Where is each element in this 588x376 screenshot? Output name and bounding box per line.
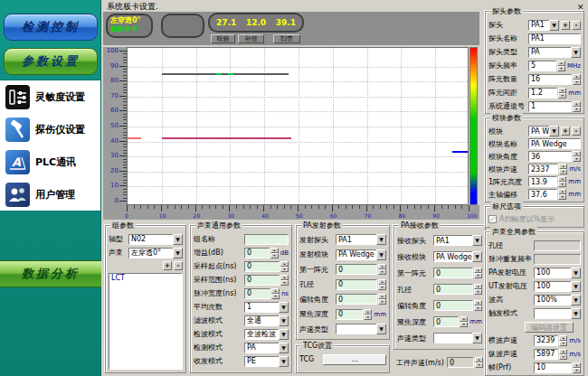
chevron-down-icon[interactable]: ▼ <box>571 268 581 278</box>
spinner[interactable]: ▴▾ <box>559 349 567 360</box>
remove-button[interactable]: - <box>572 127 581 136</box>
pa-rx-5-spin-field[interactable]: 0 <box>433 316 459 327</box>
chevron-down-icon[interactable]: ▼ <box>279 356 289 367</box>
beam-global-3-select[interactable]: 100 <box>534 281 572 292</box>
beam-common-9-select[interactable]: PE <box>244 356 280 367</box>
module-3-spin-field[interactable]: 2337 <box>528 164 558 174</box>
add-button[interactable]: + <box>561 21 570 30</box>
module-2-spin-field[interactable]: 36 <box>528 151 572 162</box>
beam-global-5-select[interactable] <box>534 308 572 319</box>
beam-listbox[interactable]: LCT <box>109 273 183 370</box>
probe-5-spin-field[interactable]: 1.2 <box>528 88 557 99</box>
module-5-spin-field[interactable]: 37.6 <box>528 189 557 200</box>
group-1-select[interactable]: 左穿透0° <box>128 248 174 258</box>
chevron-down-icon[interactable]: ▼ <box>376 234 386 245</box>
spinner[interactable]: ▴▾ <box>573 151 581 162</box>
spinner[interactable]: ▴▾ <box>474 268 482 278</box>
probe-1-text-field[interactable]: PA1 <box>528 33 581 44</box>
beam-global-8-spin-field[interactable]: 5897 <box>534 349 558 360</box>
plot-area[interactable] <box>127 47 469 205</box>
pa-tx-3-spin-field[interactable]: 0 <box>336 279 377 290</box>
sidebar-item-plc-comm[interactable]: A PLC通讯 <box>0 146 100 178</box>
remove-group-button[interactable]: - <box>174 261 183 270</box>
chevron-down-icon[interactable]: ▼ <box>472 235 482 246</box>
pa-rx-3-spin-field[interactable]: 0 <box>433 284 473 295</box>
spinner[interactable]: ▴▾ <box>558 176 566 187</box>
sidebar-item-flaw-detector[interactable]: 探伤仪设置 <box>0 113 100 146</box>
spinner[interactable]: ▴▾ <box>280 275 289 286</box>
channel-tab-active[interactable]: 左穿透0° 偏度:0.0° <box>106 14 153 38</box>
pa-tx-1-select[interactable]: PA Wedge <box>336 249 377 260</box>
list-item[interactable]: LCT <box>109 274 182 282</box>
chevron-down-icon[interactable]: ▼ <box>279 329 289 340</box>
spinner[interactable]: ▴▾ <box>378 264 386 275</box>
chevron-down-icon[interactable]: ▼ <box>279 343 289 353</box>
channel-tab-empty[interactable] <box>161 14 204 38</box>
pa-rx-2-spin-field[interactable]: 0 <box>433 268 473 278</box>
spinner[interactable]: ▴▾ <box>573 101 581 112</box>
spinner[interactable]: ▴▾ <box>271 288 280 299</box>
ascan-percent-checkbox[interactable]: ✓ <box>488 215 497 223</box>
tcg-edit-button[interactable]: ... <box>323 354 386 365</box>
spinner[interactable]: ▴▾ <box>280 261 289 272</box>
chevron-down-icon[interactable]: ▼ <box>376 324 386 334</box>
pa-tx-0-select[interactable]: PA1 <box>336 234 377 245</box>
spinner[interactable]: ▴▾ <box>474 284 482 295</box>
pa-rx-4-spin-field[interactable]: 0 <box>433 300 473 311</box>
sidebar-button-data-analysis[interactable]: 数据分析 <box>0 260 101 287</box>
chevron-down-icon[interactable]: ▼ <box>376 249 386 260</box>
spinner[interactable]: ▴▾ <box>270 248 279 258</box>
probe-6-spin-field[interactable]: 1 <box>528 101 572 112</box>
beam-common-0-text-field[interactable] <box>244 234 289 245</box>
beam-common-5-select[interactable]: 1 <box>244 302 280 313</box>
sidebar-button-detect-control[interactable]: 检测控制 <box>4 14 98 41</box>
remove-button[interactable]: - <box>572 21 581 30</box>
beam-common-2-spin-field[interactable]: 0 <box>244 261 280 272</box>
spinner[interactable]: ▴▾ <box>474 300 482 311</box>
chart-line-gate-b[interactable] <box>162 137 292 139</box>
spinner[interactable]: ▴▾ <box>573 74 581 85</box>
beam-global-2-select[interactable]: 100 <box>534 268 572 278</box>
module-0-select[interactable]: PA Wedge <box>528 126 550 136</box>
pa-tx-5-spin-field[interactable]: 0 <box>336 309 363 320</box>
pa-tx-2-spin-field[interactable]: 0 <box>336 264 377 275</box>
pa-rx-6-select[interactable] <box>433 333 473 343</box>
chevron-down-icon[interactable]: ▼ <box>173 234 183 245</box>
spinner[interactable]: ▴▾ <box>573 362 581 373</box>
beam-global-4-select[interactable]: 100% <box>534 295 572 306</box>
chevron-down-icon[interactable]: ▼ <box>549 126 559 136</box>
pa-tx-6-select[interactable] <box>336 324 377 334</box>
beam-common-3-spin-field[interactable]: 0 <box>244 275 280 286</box>
pa-rx-0-select[interactable]: PA1 <box>433 235 473 246</box>
add-group-button[interactable]: + <box>163 261 172 270</box>
sidebar-button-param-settings[interactable]: 参数设置 <box>4 48 98 75</box>
spinner[interactable]: ▴▾ <box>558 189 566 200</box>
add-button[interactable]: + <box>561 127 570 136</box>
scan-button[interactable]: 扫查 <box>273 34 300 43</box>
beam-common-8-select[interactable]: PA <box>244 343 280 353</box>
calibrate-button[interactable]: 校验 <box>211 34 235 43</box>
group-0-select[interactable]: N02 <box>128 234 174 245</box>
chevron-down-icon[interactable]: ▼ <box>472 333 482 343</box>
beam-common-6-select[interactable]: 全通 <box>244 315 280 326</box>
workpiece-velocity-field[interactable]: 0 <box>447 357 474 368</box>
beam-common-7-select[interactable]: 全波检波 <box>244 329 280 340</box>
spinner[interactable]: ▴▾ <box>378 294 386 305</box>
spinner[interactable]: ▴▾ <box>460 316 468 327</box>
module-4-spin-field[interactable]: 13.9 <box>528 176 557 187</box>
chevron-down-icon[interactable]: ▼ <box>279 302 289 313</box>
pa-tx-4-spin-field[interactable]: 0 <box>336 294 377 305</box>
chevron-down-icon[interactable]: ▼ <box>472 251 482 262</box>
beam-common-1-spin-field[interactable]: 0 <box>244 248 270 258</box>
spinner[interactable]: ▴▾ <box>558 88 566 99</box>
spinner[interactable]: ▴▾ <box>557 61 565 71</box>
chevron-down-icon[interactable]: ▼ <box>571 308 581 319</box>
probe-3-spin-field[interactable]: 5 <box>528 61 556 71</box>
spinner[interactable]: ▴▾ <box>364 309 372 320</box>
probe-0-select[interactable]: PA1 <box>528 20 550 31</box>
spinner[interactable]: ▴▾ <box>559 335 567 346</box>
probe-2-select[interactable]: PA <box>528 47 572 58</box>
spinner[interactable]: ▴▾ <box>559 164 567 174</box>
beam-global-9-spin-field[interactable]: 10 <box>534 362 572 373</box>
spinner[interactable]: ▴▾ <box>475 357 483 368</box>
